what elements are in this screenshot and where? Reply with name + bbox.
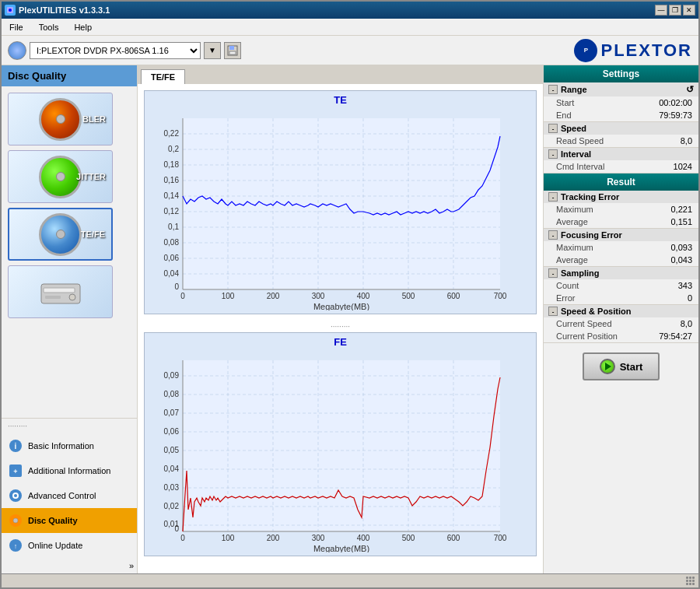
sampling-error-label: Error (556, 293, 575, 303)
play-triangle-icon (605, 363, 611, 370)
sampling-section: - Sampling Count 343 Error 0 (544, 267, 698, 305)
additional-info-label: Additional Information (28, 466, 110, 475)
sampling-collapse-btn[interactable]: - (548, 268, 558, 278)
sampling-error-row: Error 0 (544, 292, 698, 304)
chart-separator: ········· (144, 321, 537, 332)
jitter-disc-image (39, 156, 82, 198)
current-position-label: Current Position (556, 331, 618, 341)
resize-grip[interactable] (686, 577, 695, 586)
sidebar-item-additional[interactable]: + Additional Information (2, 458, 137, 483)
grip-dot-6 (692, 580, 695, 582)
interval-collapse-btn[interactable]: - (548, 149, 558, 159)
tracking-error-header: - Tracking Error (544, 191, 698, 203)
grip-dot-3 (692, 577, 695, 579)
dropdown-button[interactable]: ▼ (204, 42, 221, 59)
focusing-max-label: Maximum (556, 243, 593, 252)
tracking-error-collapse-btn[interactable]: - (548, 192, 558, 202)
disc-item-jitter[interactable]: JITTER (8, 150, 113, 203)
disc-hole-tefe (56, 230, 65, 239)
svg-text:0,04: 0,04 (164, 269, 180, 278)
sidebar-item-basic[interactable]: i Basic Information (2, 433, 137, 458)
menu-bar: File Tools Help (2, 19, 698, 36)
focusing-max-value: 0,093 (670, 243, 692, 252)
range-refresh-icon[interactable]: ↺ (686, 84, 694, 95)
center-content: TE/FE TE (138, 65, 543, 573)
speed-label: Speed (561, 124, 586, 133)
drive-selector: I:PLEXTOR DVDR PX-806SA 1.16 ▼ (8, 41, 241, 60)
title-bar: PlexUTILITIES v1.3.3.1 — ❐ ✕ (2, 2, 698, 19)
settings-header: Settings (544, 65, 698, 82)
disc-item-other[interactable] (8, 265, 113, 318)
additional-info-icon: + (8, 463, 23, 479)
range-section: - Range ↺ Start 00:02:00 End 79:59:73 (544, 82, 698, 122)
range-end-label: End (556, 110, 572, 120)
focusing-error-collapse-btn[interactable]: - (548, 230, 558, 240)
svg-text:0,04: 0,04 (164, 465, 180, 473)
jitter-label: JITTER (76, 172, 106, 181)
minimize-button[interactable]: — (655, 5, 667, 16)
svg-rect-4 (229, 51, 236, 54)
grip-dot-2 (689, 577, 691, 579)
tracking-avg-label: Average (556, 217, 588, 226)
advanced-control-label: Advanced Control (28, 491, 96, 500)
disc-item-tefe[interactable]: TE/FE (8, 208, 113, 261)
tracking-avg-row: Average 0,151 (544, 216, 698, 228)
svg-text:0,2: 0,2 (168, 145, 179, 153)
te-chart-svg: 0,22 0,2 0,18 0,16 0,14 0,12 0,1 0,08 0,… (148, 112, 512, 310)
bler-disc-image (39, 98, 82, 141)
svg-rect-8 (45, 296, 61, 299)
sidebar-item-update[interactable]: ↑ Online Update (2, 533, 137, 558)
svg-text:0,06: 0,06 (164, 254, 180, 262)
speed-position-collapse-btn[interactable]: - (548, 307, 558, 316)
drive-image-icon (37, 272, 84, 311)
svg-text:+: + (13, 468, 17, 475)
toolbar: I:PLEXTOR DVDR PX-806SA 1.16 ▼ P PLEXTOR (2, 36, 698, 65)
range-header: - Range ↺ (544, 82, 698, 96)
sidebar-item-advanced[interactable]: Advanced Control (2, 483, 137, 508)
focusing-max-row: Maximum 0,093 (544, 241, 698, 254)
current-speed-value: 8,0 (681, 319, 692, 328)
disc-item-bler[interactable]: BLER (8, 93, 113, 145)
focusing-error-header: - Focusing Error (544, 229, 698, 241)
svg-text:0,1: 0,1 (168, 223, 179, 231)
read-speed-label: Read Speed (556, 136, 604, 145)
sidebar-collapse-arrow[interactable]: » (2, 558, 137, 573)
focusing-error-section: - Focusing Error Maximum 0,093 Average 0… (544, 229, 698, 267)
sampling-error-value: 0 (688, 293, 692, 303)
svg-text:0,22: 0,22 (164, 129, 180, 138)
speed-section: - Speed Read Speed 8,0 (544, 122, 698, 148)
tracking-max-row: Maximum 0,221 (544, 203, 698, 216)
right-panel: Settings - Range ↺ Start 00:02:00 End 79… (543, 65, 698, 573)
start-button[interactable]: Start (583, 352, 660, 380)
te-chart-container: TE (144, 90, 537, 314)
read-speed-row: Read Speed 8,0 (544, 135, 698, 147)
menu-file[interactable]: File (5, 21, 28, 33)
svg-text:0,05: 0,05 (164, 446, 180, 454)
tefe-disc-image (39, 213, 82, 256)
menu-help[interactable]: Help (69, 21, 96, 33)
grip-dot-4 (686, 580, 688, 582)
svg-text:600: 600 (447, 534, 460, 542)
main-area: Disc Quality BLER JITTER (2, 65, 698, 573)
fe-chart-inner: 0,09 0,08 0,07 0,06 0,05 0,04 0,03 0,02 … (145, 351, 536, 556)
svg-text:↑: ↑ (14, 542, 18, 550)
speed-position-section: - Speed & Position Current Speed 8,0 Cur… (544, 305, 698, 343)
fe-chart-svg: 0,09 0,08 0,07 0,06 0,05 0,04 0,03 0,02 … (148, 354, 512, 552)
svg-text:100: 100 (222, 534, 235, 542)
grip-dot-8 (689, 583, 691, 585)
tab-tefe[interactable]: TE/FE (141, 69, 185, 84)
speed-collapse-btn[interactable]: - (548, 124, 558, 133)
menu-tools[interactable]: Tools (34, 21, 64, 33)
close-button[interactable]: ✕ (683, 5, 695, 16)
sidebar-item-discquality[interactable]: Disc Quality (2, 508, 137, 533)
tracking-error-section: - Tracking Error Maximum 0,221 Average 0… (544, 191, 698, 229)
save-button[interactable] (224, 42, 241, 59)
drive-dropdown[interactable]: I:PLEXTOR DVDR PX-806SA 1.16 (30, 42, 201, 59)
range-collapse-btn[interactable]: - (548, 85, 558, 94)
svg-rect-3 (229, 46, 234, 50)
status-bar (2, 573, 698, 587)
sampling-header: - Sampling (544, 267, 698, 279)
disc-hole-jitter (56, 172, 65, 181)
restore-button[interactable]: ❐ (669, 5, 681, 16)
charts-area: TE (138, 84, 543, 573)
